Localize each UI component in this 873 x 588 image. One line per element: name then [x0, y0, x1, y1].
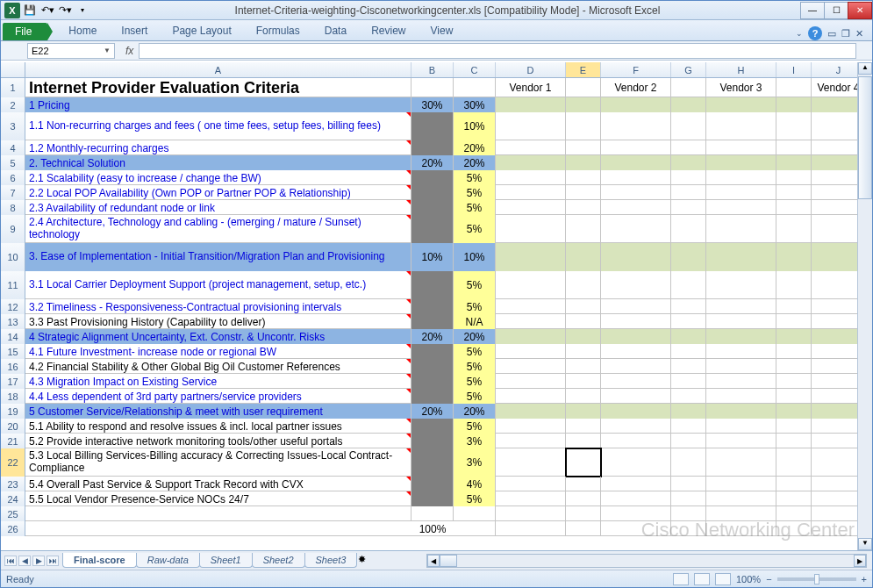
cell-H14[interactable] — [706, 329, 776, 344]
cell-F1[interactable]: Vendor 2 — [601, 78, 671, 97]
cell-B26[interactable]: 100% — [411, 521, 454, 536]
cell-B24[interactable] — [411, 491, 454, 506]
cell-A9[interactable]: 2.4 Architecture, Technology and cabling… — [25, 215, 411, 243]
row-header-11[interactable]: 11 — [1, 271, 25, 299]
cell-A25[interactable] — [25, 506, 411, 521]
cell-B6[interactable] — [411, 170, 454, 185]
cell-G17[interactable] — [671, 374, 706, 389]
horizontal-scrollbar[interactable]: ◀ ▶ — [426, 554, 867, 568]
cell-I13[interactable] — [776, 314, 812, 329]
cell-B1[interactable] — [411, 78, 454, 97]
cell-B12[interactable] — [411, 299, 454, 314]
cell-G25[interactable] — [671, 506, 706, 521]
cell-G12[interactable] — [671, 299, 706, 314]
cell-F11[interactable] — [601, 271, 671, 299]
cell-H26[interactable] — [706, 521, 776, 536]
cell-F12[interactable] — [601, 299, 671, 314]
cell-D7[interactable] — [496, 185, 566, 200]
cell-C2[interactable]: 30% — [454, 97, 496, 112]
cell-A4[interactable]: 1.2 Monthly-recurring charges — [25, 140, 411, 155]
cell-G10[interactable] — [671, 243, 706, 271]
maximize-button[interactable]: ☐ — [824, 2, 848, 19]
cell-I17[interactable] — [776, 374, 812, 389]
cell-B2[interactable]: 30% — [411, 97, 454, 112]
row-header-18[interactable]: 18 — [1, 389, 25, 404]
column-header-C[interactable]: C — [454, 62, 496, 77]
cell-G26[interactable] — [671, 521, 706, 536]
cell-C24[interactable]: 5% — [454, 491, 496, 506]
cell-D14[interactable] — [496, 329, 566, 344]
cell-F16[interactable] — [601, 359, 671, 374]
cell-I23[interactable] — [776, 477, 812, 491]
cell-G13[interactable] — [671, 314, 706, 329]
cell-G24[interactable] — [671, 491, 706, 506]
cell-I1[interactable] — [776, 78, 812, 97]
sheet-tab-final-score[interactable]: Final-score — [62, 553, 137, 568]
cell-H11[interactable] — [706, 271, 776, 299]
cell-I25[interactable] — [776, 506, 812, 521]
cell-A15[interactable]: 4.1 Future Investment- increase node or … — [25, 344, 411, 359]
cell-I20[interactable] — [776, 419, 812, 434]
cell-E10[interactable] — [566, 243, 601, 271]
cell-A1[interactable]: Internet Provider Evaluation Criteria — [25, 78, 411, 97]
cell-I2[interactable] — [776, 97, 812, 112]
cell-D5[interactable] — [496, 155, 566, 170]
sheet-add-icon[interactable]: ✸ — [358, 554, 374, 568]
cell-I16[interactable] — [776, 359, 812, 374]
view-page-layout-icon[interactable] — [694, 573, 710, 585]
cell-F15[interactable] — [601, 344, 671, 359]
cell-G18[interactable] — [671, 389, 706, 404]
cell-A22[interactable]: 5.3 Local Billing Services-Billing accur… — [25, 448, 411, 477]
cell-H9[interactable] — [706, 215, 776, 243]
cell-E1[interactable] — [566, 78, 601, 97]
cell-F19[interactable] — [601, 404, 671, 419]
cell-B7[interactable] — [411, 185, 454, 200]
cell-B25[interactable] — [411, 506, 454, 521]
cell-B14[interactable]: 20% — [411, 329, 454, 344]
sheet-prev-icon[interactable]: ◀ — [18, 556, 31, 566]
cell-B8[interactable] — [411, 200, 454, 215]
cell-H23[interactable] — [706, 477, 776, 491]
cell-C12[interactable]: 5% — [454, 299, 496, 314]
cell-C1[interactable] — [454, 78, 496, 97]
view-normal-icon[interactable] — [673, 573, 689, 585]
cell-H12[interactable] — [706, 299, 776, 314]
doc-restore-icon[interactable]: ❐ — [841, 28, 850, 39]
file-tab[interactable]: File — [3, 23, 47, 40]
worksheet-grid[interactable]: ABCDEFGHIJ 1Internet Provider Evaluation… — [1, 62, 872, 550]
cell-C20[interactable]: 5% — [454, 419, 496, 434]
cell-F10[interactable] — [601, 243, 671, 271]
cell-G22[interactable] — [671, 448, 706, 477]
column-header-H[interactable]: H — [706, 62, 776, 77]
sheet-first-icon[interactable]: ⏮ — [4, 556, 17, 566]
row-header-19[interactable]: 19 — [1, 404, 25, 419]
cell-C8[interactable]: 5% — [454, 200, 496, 215]
cell-E20[interactable] — [566, 419, 601, 434]
cell-E21[interactable] — [566, 434, 601, 448]
cell-A24[interactable]: 5.5 Local Vendor Presence-Service NOCs 2… — [25, 491, 411, 506]
cell-D12[interactable] — [496, 299, 566, 314]
cell-C18[interactable]: 5% — [454, 389, 496, 404]
cell-F22[interactable] — [601, 448, 671, 477]
scroll-right-icon[interactable]: ▶ — [854, 555, 866, 567]
cell-E2[interactable] — [566, 97, 601, 112]
select-all-corner[interactable] — [1, 62, 25, 77]
cell-B11[interactable] — [411, 271, 454, 299]
cell-A10[interactable]: 3. Ease of Implementation - Initial Tran… — [25, 243, 411, 271]
cell-E9[interactable] — [566, 215, 601, 243]
cell-C16[interactable]: 5% — [454, 359, 496, 374]
cell-D1[interactable]: Vendor 1 — [496, 78, 566, 97]
row-header-15[interactable]: 15 — [1, 344, 25, 359]
cell-A11[interactable]: 3.1 Local Carrier Deployment Support (pr… — [25, 271, 411, 299]
cell-B23[interactable] — [411, 477, 454, 491]
tab-review[interactable]: Review — [359, 21, 418, 40]
cell-H17[interactable] — [706, 374, 776, 389]
cell-G6[interactable] — [671, 170, 706, 185]
column-header-A[interactable]: A — [25, 62, 411, 77]
cell-E16[interactable] — [566, 359, 601, 374]
cell-E26[interactable] — [566, 521, 601, 536]
cell-B18[interactable] — [411, 389, 454, 404]
vertical-scrollbar[interactable]: ▲ ▼ — [857, 62, 872, 550]
cell-E25[interactable] — [566, 506, 601, 521]
sheet-tab-sheet3[interactable]: Sheet3 — [304, 553, 358, 568]
